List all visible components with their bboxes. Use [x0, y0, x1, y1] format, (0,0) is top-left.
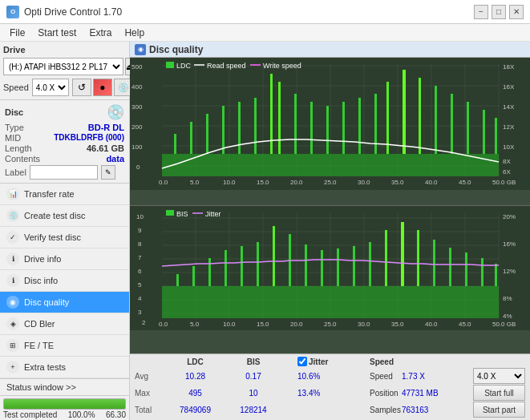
svg-text:0: 0	[136, 164, 140, 171]
svg-rect-92	[208, 258, 211, 286]
svg-text:8%: 8%	[503, 295, 512, 302]
extra-tests-icon: +	[6, 361, 19, 374]
svg-rect-29	[342, 102, 345, 154]
sidebar-item-cd-bler[interactable]: ◈ CD Bler	[0, 313, 129, 335]
sidebar: Drive (H:) ATAPI iHBS312 2 PL17 ⏏ Speed …	[0, 42, 130, 420]
svg-text:40.0: 40.0	[425, 179, 438, 186]
svg-rect-27	[310, 102, 313, 154]
sidebar-item-drive-info[interactable]: ℹ Drive info	[0, 248, 129, 270]
speed-select[interactable]: 4.0 X	[32, 79, 69, 96]
sidebar-item-verify-test-disc[interactable]: ✓ Verify test disc	[0, 227, 129, 248]
svg-rect-21	[222, 106, 225, 154]
jitter-checkbox[interactable]	[297, 357, 307, 366]
top-chart: LDC Read speed Write speed 500 400 300 2…	[130, 58, 530, 206]
menu-file[interactable]: File	[3, 26, 31, 40]
svg-text:10.0: 10.0	[223, 179, 236, 186]
svg-rect-34	[419, 78, 421, 154]
nav-drive-info-label: Drive info	[24, 254, 61, 264]
menu-extra[interactable]: Extra	[83, 26, 118, 40]
position-value: 47731 MB	[402, 389, 440, 398]
svg-rect-37	[467, 102, 469, 154]
sidebar-item-disc-info[interactable]: ℹ Disc info	[0, 270, 129, 292]
disc-quality-header: ◉ Disc quality	[130, 42, 530, 58]
svg-rect-95	[257, 242, 259, 286]
svg-text:9: 9	[138, 227, 142, 234]
svg-text:5: 5	[138, 281, 142, 289]
svg-text:10X: 10X	[503, 143, 515, 151]
svg-rect-26	[294, 94, 297, 154]
svg-text:0.0: 0.0	[159, 321, 168, 328]
nav-disc-info-label: Disc info	[24, 276, 58, 285]
svg-text:20%: 20%	[503, 213, 516, 220]
svg-rect-109	[481, 258, 483, 286]
svg-rect-31	[374, 94, 377, 154]
sidebar-item-extra-tests[interactable]: + Extra tests	[0, 357, 129, 378]
close-button[interactable]: ✕	[509, 5, 524, 19]
nav-list: 📊 Transfer rate 💿 Create test disc ✓ Ver…	[0, 184, 129, 378]
sidebar-item-create-test-disc[interactable]: 💿 Create test disc	[0, 205, 129, 227]
progress-bar-fill	[4, 399, 125, 409]
svg-text:35.0: 35.0	[391, 321, 404, 328]
sidebar-item-disc-quality[interactable]: ◉ Disc quality	[0, 292, 129, 313]
svg-text:45.0: 45.0	[459, 179, 471, 186]
svg-rect-23	[254, 98, 257, 154]
svg-rect-91	[192, 266, 195, 286]
svg-text:25.0: 25.0	[324, 179, 337, 186]
fe-te-icon: ⊞	[6, 339, 19, 352]
refresh-speed-button[interactable]: ↺	[72, 79, 91, 96]
svg-rect-38	[483, 110, 485, 154]
max-row: Max 495 10 13.4% Position 47731 MB Start…	[135, 385, 525, 401]
svg-rect-105	[417, 230, 419, 286]
status-text: Test completed	[3, 410, 57, 419]
svg-rect-89	[162, 286, 499, 318]
disc-info-icon: ℹ	[6, 274, 19, 287]
position-static-label: Position	[370, 389, 402, 398]
speed-test-select[interactable]: 4.0 X	[473, 368, 525, 384]
speed-column-header: Speed	[370, 357, 402, 366]
stats-panel: LDC BIS Jitter Speed Avg 10.28 0.17 10.6…	[130, 353, 530, 420]
total-label: Total	[135, 406, 165, 414]
svg-text:50.0 GB: 50.0 GB	[492, 321, 516, 328]
nav-cd-bler-label: CD Bler	[24, 319, 55, 329]
svg-rect-99	[321, 250, 323, 286]
app-icon: O	[6, 6, 19, 18]
avg-row: Avg 10.28 0.17 10.6% Speed 1.73 X 4.0 X	[135, 368, 525, 384]
svg-text:LDC: LDC	[176, 62, 192, 70]
right-value: 66.30	[106, 410, 126, 419]
disc-label-input[interactable]	[30, 165, 98, 180]
start-part-button[interactable]: Start part	[473, 402, 525, 418]
drive-select[interactable]: (H:) ATAPI iHBS312 2 PL17	[3, 58, 123, 75]
svg-rect-25	[278, 82, 281, 154]
svg-text:15.0: 15.0	[257, 321, 269, 328]
svg-rect-18	[174, 134, 176, 154]
sidebar-item-transfer-rate[interactable]: 📊 Transfer rate	[0, 184, 129, 205]
disc-action-button1[interactable]: ●	[93, 79, 112, 96]
menu-bar: File Start test Extra Help	[0, 24, 530, 42]
svg-text:12X: 12X	[503, 123, 515, 131]
svg-text:16%: 16%	[503, 240, 516, 248]
nav-extra-tests-label: Extra tests	[24, 362, 66, 372]
svg-rect-108	[465, 252, 467, 286]
svg-rect-32	[386, 82, 389, 154]
maximize-button[interactable]: □	[492, 5, 506, 19]
bottom-chart-svg: BIS Jitter 10 9 8 7 6 5 4 3 2 20%	[130, 206, 530, 330]
status-window-button[interactable]: Status window >>	[0, 379, 129, 396]
svg-text:6X: 6X	[503, 168, 511, 176]
cd-bler-icon: ◈	[6, 317, 19, 330]
svg-rect-20	[206, 114, 208, 154]
nav-verify-test-label: Verify test disc	[24, 232, 81, 242]
svg-rect-104	[401, 222, 404, 286]
progress-value: 100.0%	[68, 410, 95, 419]
start-full-button[interactable]: Start full	[473, 385, 525, 401]
svg-rect-102	[369, 242, 371, 286]
disc-quality-icon: ◉	[6, 296, 19, 309]
svg-rect-101	[353, 246, 355, 286]
svg-text:5.0: 5.0	[190, 179, 200, 186]
samples-static-label: Samples	[370, 406, 402, 414]
label-edit-button[interactable]: ✎	[101, 165, 115, 180]
menu-help[interactable]: Help	[118, 26, 151, 40]
menu-start-test[interactable]: Start test	[31, 26, 83, 40]
minimize-button[interactable]: −	[474, 5, 488, 19]
sidebar-item-fe-te[interactable]: ⊞ FE / TE	[0, 335, 129, 357]
svg-text:Write speed: Write speed	[263, 62, 301, 70]
